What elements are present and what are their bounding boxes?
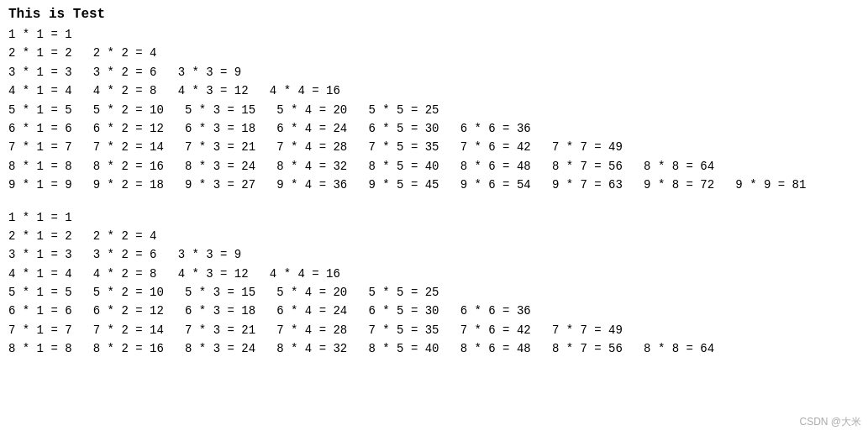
table-row: 7 * 1 = 7 7 * 2 = 14 7 * 3 = 21 7 * 4 = … [8, 138, 860, 156]
table-row: 4 * 1 = 4 4 * 2 = 8 4 * 3 = 12 4 * 4 = 1… [8, 265, 860, 283]
content-area: 1 * 1 = 12 * 1 = 2 2 * 2 = 43 * 1 = 3 3 … [8, 25, 860, 359]
table-row: 9 * 1 = 9 9 * 2 = 18 9 * 3 = 27 9 * 4 = … [8, 176, 860, 194]
table-row: 2 * 1 = 2 2 * 2 = 4 [8, 44, 860, 62]
multiplication-table-2: 1 * 1 = 12 * 1 = 2 2 * 2 = 43 * 1 = 3 3 … [8, 208, 860, 359]
watermark: CSDN @大米 [799, 415, 861, 429]
table-row: 8 * 1 = 8 8 * 2 = 16 8 * 3 = 24 8 * 4 = … [8, 157, 860, 176]
table-row: 7 * 1 = 7 7 * 2 = 14 7 * 3 = 21 7 * 4 = … [8, 321, 860, 339]
page-title: This is Test [8, 7, 860, 22]
table-row: 3 * 1 = 3 3 * 2 = 6 3 * 3 = 9 [8, 245, 860, 264]
table-row: 4 * 1 = 4 4 * 2 = 8 4 * 3 = 12 4 * 4 = 1… [8, 81, 860, 100]
table-row: 1 * 1 = 1 [8, 25, 860, 44]
table-row: 5 * 1 = 5 5 * 2 = 10 5 * 3 = 15 5 * 4 = … [8, 283, 860, 302]
table-row: 5 * 1 = 5 5 * 2 = 10 5 * 3 = 15 5 * 4 = … [8, 101, 860, 119]
table-row: 8 * 1 = 8 8 * 2 = 16 8 * 3 = 24 8 * 4 = … [8, 339, 860, 358]
table-row: 6 * 1 = 6 6 * 2 = 12 6 * 3 = 18 6 * 4 = … [8, 302, 860, 320]
multiplication-table-1: 1 * 1 = 12 * 1 = 2 2 * 2 = 43 * 1 = 3 3 … [8, 25, 860, 195]
table-row: 6 * 1 = 6 6 * 2 = 12 6 * 3 = 18 6 * 4 = … [8, 119, 860, 138]
table-row: 1 * 1 = 1 [8, 208, 860, 227]
table-row: 3 * 1 = 3 3 * 2 = 6 3 * 3 = 9 [8, 63, 860, 81]
table-row: 2 * 1 = 2 2 * 2 = 4 [8, 227, 860, 245]
